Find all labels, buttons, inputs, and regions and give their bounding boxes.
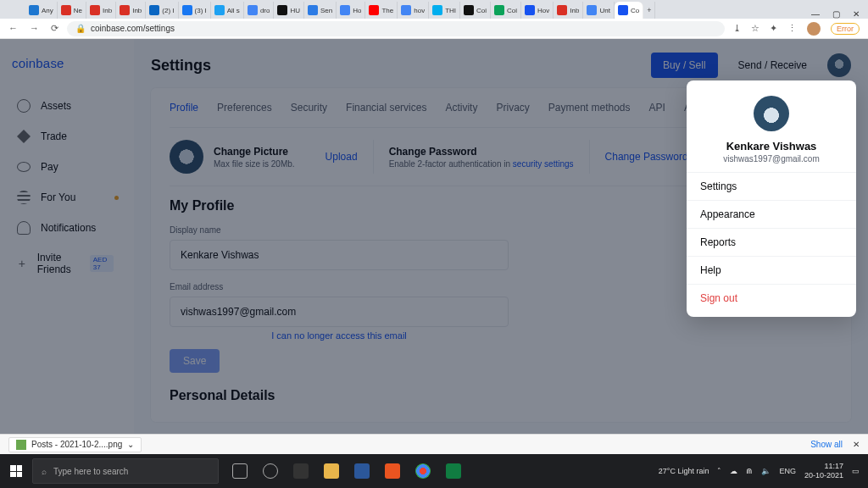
maximize-button[interactable]: ▢	[832, 9, 840, 19]
language-indicator[interactable]: ENG	[779, 467, 796, 475]
popover-item-help[interactable]: Help	[687, 256, 856, 284]
address-bar: ← → ⟳ 🔒 coinbase.com/settings ⤓ ☆ ✦ ⋮ Er…	[0, 19, 868, 39]
browser-tab[interactable]: Inb	[86, 2, 116, 19]
tab-label: The	[381, 7, 393, 14]
browser-tab[interactable]: All s	[211, 2, 244, 19]
favicon	[90, 5, 100, 15]
popover-name: Kenkare Vishwas	[698, 140, 844, 152]
new-tab-button[interactable]: +	[643, 2, 655, 19]
browser-tab[interactable]: HU	[274, 2, 304, 19]
popover-item-settings[interactable]: Settings	[687, 172, 856, 200]
tab-label: THI	[445, 7, 456, 14]
notifications-icon[interactable]: ▭	[852, 467, 860, 475]
tab-label: dro	[260, 7, 270, 14]
browser-tab[interactable]: Inb	[116, 2, 146, 19]
favicon	[618, 5, 628, 15]
browser-tab[interactable]: Unt	[583, 2, 614, 19]
favicon	[557, 5, 567, 15]
favicon	[149, 5, 159, 15]
url-text: coinbase.com/settings	[91, 24, 175, 33]
forward-button[interactable]: →	[30, 23, 39, 34]
bookmark-icon[interactable]: ☆	[751, 23, 760, 34]
tab-label: Coi	[507, 7, 517, 14]
back-button[interactable]: ←	[8, 23, 18, 34]
taskbar-app-4[interactable]	[380, 458, 405, 484]
browser-tab[interactable]: Ne	[58, 2, 86, 19]
favicon	[494, 5, 504, 15]
taskbar-app-2[interactable]	[319, 458, 344, 484]
browser-tab[interactable]: hov	[398, 2, 429, 19]
minimize-button[interactable]: —	[811, 9, 820, 19]
profile-chip[interactable]	[807, 22, 821, 36]
browser-tab[interactable]: Coi	[491, 2, 521, 19]
tray-chevron-icon[interactable]: ˄	[717, 467, 721, 475]
extensions-icon[interactable]: ✦	[770, 23, 777, 34]
reload-button[interactable]: ⟳	[51, 23, 58, 34]
start-button[interactable]	[0, 465, 32, 477]
favicon	[587, 5, 597, 15]
tab-label: All s	[227, 7, 240, 14]
popover-avatar	[754, 96, 789, 131]
browser-tab[interactable]: Coi	[460, 2, 491, 19]
taskbar: ⌕ Type here to search 27°C Light rain ˄ …	[0, 454, 868, 488]
tab-label: Inb	[132, 7, 142, 14]
browser-tab[interactable]: Hov	[521, 2, 554, 19]
close-window-button[interactable]: ✕	[853, 9, 860, 19]
search-placeholder: Type here to search	[53, 467, 128, 476]
search-icon: ⌕	[42, 467, 47, 476]
cortana-button[interactable]	[258, 458, 283, 484]
browser-tab[interactable]: Inb	[554, 2, 583, 19]
browser-tab[interactable]: Co	[615, 2, 643, 19]
browser-tab[interactable]: Ho	[337, 2, 365, 19]
taskbar-app-6[interactable]	[441, 458, 466, 484]
popover-item-appearance[interactable]: Appearance	[687, 200, 856, 228]
browser-tab[interactable]: The	[365, 2, 398, 19]
popover-item-reports[interactable]: Reports	[687, 228, 856, 256]
browser-tab[interactable]: dro	[244, 2, 275, 19]
account-popover: Kenkare Vishwas vishwas1997@gmail.com Se…	[687, 80, 856, 317]
tab-label: Sen	[320, 7, 332, 14]
browser-tabstrip: AnyNeInbInb(2) I(3) IAll sdroHUSenHoTheh…	[0, 0, 868, 19]
menu-icon[interactable]: ⋮	[787, 23, 797, 34]
cloud-icon[interactable]: ☁	[730, 467, 737, 475]
browser-tab[interactable]: THI	[429, 2, 460, 19]
taskbar-app-1[interactable]	[288, 458, 314, 484]
close-shelf-button[interactable]: ✕	[853, 440, 860, 449]
taskbar-app-5[interactable]	[410, 458, 436, 484]
wifi-icon[interactable]: ⋒	[746, 467, 753, 475]
favicon	[182, 5, 192, 15]
favicon	[432, 5, 442, 15]
tab-label: Co	[631, 7, 639, 14]
taskbar-search[interactable]: ⌕ Type here to search	[32, 458, 219, 484]
favicon	[464, 5, 474, 15]
download-chip[interactable]: Posts - 2021-10-2....png ⌄	[8, 437, 142, 452]
browser-tab[interactable]: Sen	[304, 2, 337, 19]
favicon	[340, 5, 350, 15]
error-badge[interactable]: Error	[831, 23, 860, 35]
popover-email: vishwas1997@gmail.com	[698, 154, 844, 164]
popover-item-signout[interactable]: Sign out	[687, 284, 856, 312]
weather-widget[interactable]: 27°C Light rain	[659, 467, 709, 475]
favicon	[525, 5, 535, 15]
task-view-button[interactable]	[227, 458, 253, 484]
tab-label: Coi	[476, 7, 487, 14]
favicon	[248, 5, 258, 15]
tab-label: Inb	[570, 7, 579, 14]
favicon	[308, 5, 318, 15]
tab-label: (3) I	[195, 7, 207, 14]
sound-icon[interactable]: 🔈	[761, 467, 771, 475]
taskbar-app-3[interactable]	[349, 458, 375, 484]
show-all-link[interactable]: Show all	[810, 440, 843, 449]
clock[interactable]: 11:1720-10-2021	[804, 462, 843, 480]
windows-icon	[10, 465, 22, 477]
install-icon[interactable]: ⤓	[733, 23, 741, 34]
tab-label: Ho	[353, 7, 361, 14]
browser-tab[interactable]: Any	[25, 2, 58, 19]
favicon	[214, 5, 225, 15]
browser-tab[interactable]: (3) I	[179, 2, 211, 19]
url-field[interactable]: 🔒 coinbase.com/settings	[67, 21, 725, 36]
tab-label: Any	[42, 7, 53, 14]
browser-tab[interactable]: (2) I	[146, 2, 178, 19]
favicon	[29, 5, 39, 15]
chevron-down-icon[interactable]: ⌄	[127, 440, 134, 449]
